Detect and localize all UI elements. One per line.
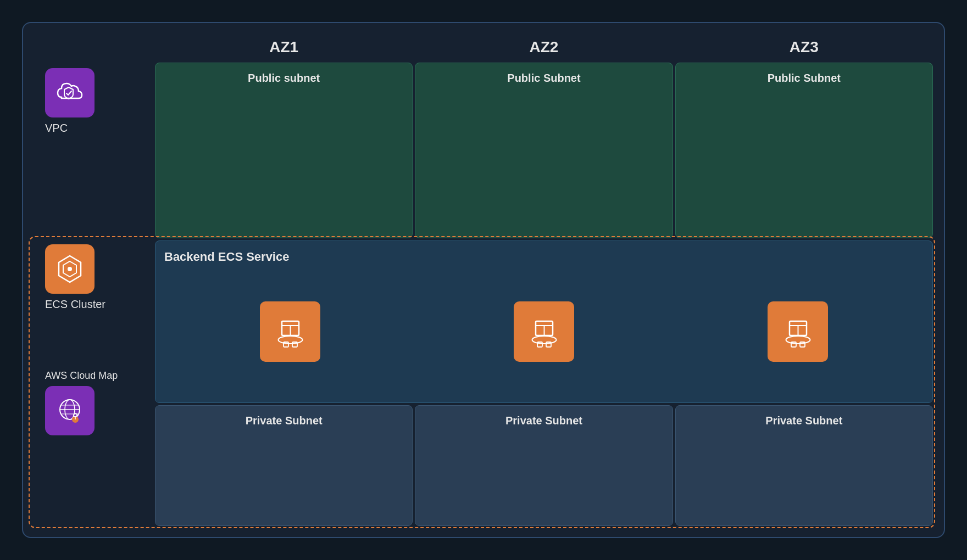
svg-point-18 — [532, 336, 556, 344]
private-subnet-az1: Private Subnet — [155, 405, 413, 526]
vpc-section: VPC — [40, 63, 95, 135]
public-subnet-az3: Public Subnet — [675, 63, 933, 238]
az2-label: AZ2 — [415, 34, 673, 63]
left-sidebar: VPC ECS Cluster AWS Cl — [34, 63, 155, 526]
public-subnet-az1: Public subnet — [155, 63, 413, 238]
cloudmap-svg-icon — [53, 394, 86, 427]
az1-label: AZ1 — [155, 34, 413, 63]
cloudmap-section: AWS Cloud Map — [40, 366, 118, 435]
public-subnet-az3-label: Public Subnet — [768, 72, 841, 85]
public-subnet-az2-label: Public Subnet — [507, 72, 580, 85]
az3-label: AZ3 — [675, 34, 933, 63]
private-subnet-az3: Private Subnet — [675, 405, 933, 526]
lower-area: Backend ECS Service — [155, 240, 933, 526]
svg-point-0 — [68, 267, 72, 271]
ecs-cluster-icon — [45, 244, 95, 294]
public-subnet-az1-label: Public subnet — [248, 72, 320, 85]
svg-point-12 — [278, 336, 302, 344]
private-subnet-az2: Private Subnet — [415, 405, 673, 526]
ecs-task-icon-az3 — [768, 301, 828, 362]
public-subnets-row: Public subnet Public Subnet Public Subne… — [155, 63, 933, 238]
ecs-tasks-row — [164, 270, 924, 394]
vpc-label: VPC — [45, 122, 95, 135]
private-subnet-az1-label: Private Subnet — [246, 415, 323, 427]
ecs-cluster-label: ECS Cluster — [45, 298, 105, 311]
vpc-icon — [45, 68, 95, 117]
ecs-task-icon-az2 — [514, 301, 574, 362]
vpc-svg-icon — [53, 76, 86, 109]
ecs-svg-icon — [53, 253, 86, 285]
cloudmap-title-label: AWS Cloud Map — [45, 370, 118, 382]
svg-point-24 — [786, 336, 810, 344]
task-svg-az3 — [777, 311, 819, 352]
right-area: Public subnet Public Subnet Public Subne… — [155, 63, 933, 526]
ecs-task-az2 — [418, 270, 670, 394]
ecs-task-az3 — [672, 270, 924, 394]
ecs-task-icon-az1 — [260, 301, 320, 362]
ecs-cluster-section: ECS Cluster — [40, 244, 105, 311]
task-svg-az1 — [270, 311, 311, 352]
private-subnet-az3-label: Private Subnet — [765, 415, 842, 427]
task-svg-az2 — [524, 311, 565, 352]
ecs-task-az1 — [164, 270, 416, 394]
diagram-wrapper: AZ1 AZ2 AZ3 VPC — [22, 22, 945, 538]
cloudmap-icon — [45, 386, 95, 435]
backend-ecs-label: Backend ECS Service — [164, 250, 924, 264]
private-subnets-row: Private Subnet Private Subnet Private Su… — [155, 405, 933, 526]
public-subnet-az2: Public Subnet — [415, 63, 673, 238]
backend-ecs-service-box: Backend ECS Service — [155, 240, 933, 403]
private-subnet-az2-label: Private Subnet — [505, 415, 582, 427]
